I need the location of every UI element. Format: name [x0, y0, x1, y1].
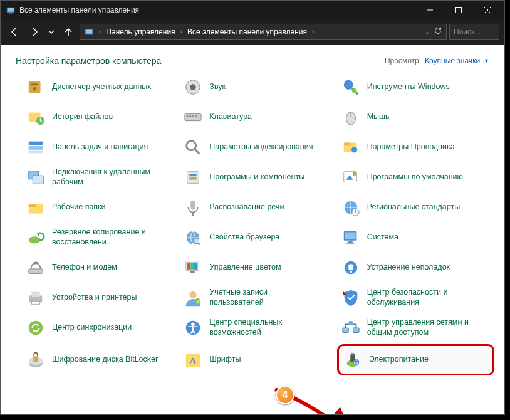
control-panel-item[interactable]: Управление цветом — [179, 254, 336, 281]
svg-point-38 — [352, 172, 356, 176]
control-panel-item[interactable]: Центр управления сетями и общим доступом — [337, 314, 494, 342]
control-panel-item[interactable]: Программы и компоненты — [179, 164, 336, 191]
close-button[interactable] — [473, 1, 502, 19]
maximize-button[interactable] — [444, 1, 473, 19]
svg-rect-52 — [29, 269, 43, 274]
security-center-icon — [341, 288, 361, 308]
item-label: Центр специальных возможностей — [209, 318, 316, 337]
svg-point-67 — [29, 321, 43, 335]
forward-button[interactable] — [26, 23, 43, 41]
control-panel-item[interactable]: История файлов — [22, 103, 179, 131]
control-panel-item[interactable]: Звук — [179, 73, 336, 101]
back-button[interactable] — [6, 23, 23, 41]
internet-options-icon — [183, 228, 203, 248]
search-input[interactable]: Поиск... — [449, 24, 499, 40]
breadcrumb-sep[interactable]: › — [310, 28, 316, 35]
breadcrumb-sep[interactable]: › — [178, 28, 185, 35]
item-label: Мышь — [367, 112, 390, 122]
item-label: Устранение неполадок — [367, 263, 450, 273]
svg-point-61 — [350, 271, 352, 273]
control-panel-item[interactable]: Региональные стандарты — [337, 194, 494, 221]
control-panel-item[interactable]: Распознавание речи — [179, 194, 336, 221]
chevron-down-icon: ▼ — [484, 58, 489, 64]
control-panel-item[interactable]: AШрифты — [179, 344, 336, 375]
item-label: Панель задач и навигация — [52, 142, 148, 152]
control-panel-item[interactable]: Устранение неполадок — [337, 254, 494, 281]
control-panel-item[interactable]: Инструменты Windows — [337, 73, 494, 101]
control-panel-item[interactable]: Центр синхронизации — [22, 314, 179, 342]
control-panel-item[interactable]: Центр специальных возможностей — [179, 314, 336, 342]
control-panel-item[interactable]: Система — [337, 224, 494, 251]
programs-icon — [183, 167, 203, 187]
control-panel-item[interactable]: Центр безопасности и обслуживания — [337, 284, 494, 312]
control-panel-item[interactable]: Клавиатура — [179, 103, 336, 131]
control-panel-item[interactable]: Параметры индексирования — [179, 134, 336, 161]
control-panel-item[interactable]: Рабочие папки — [22, 194, 179, 221]
item-label: Шифрование диска BitLocker — [52, 355, 158, 365]
item-label: Устройства и принтеры — [52, 293, 137, 303]
svg-rect-55 — [187, 263, 191, 270]
troubleshoot-icon — [341, 258, 361, 278]
control-panel-item[interactable]: Диспетчер учетных данных — [22, 73, 179, 101]
control-panel-item[interactable]: Параметры Проводника — [337, 134, 494, 161]
address-bar[interactable]: › Панель управления › Все элементы панел… — [80, 24, 447, 40]
control-panel-item[interactable]: Программы по умолчанию — [337, 164, 494, 191]
breadcrumb-sep[interactable]: › — [96, 28, 103, 35]
window-controls — [415, 1, 502, 19]
svg-point-28 — [187, 141, 196, 150]
view-value: Крупные значки — [425, 56, 480, 65]
item-label: Региональные стандарты — [367, 202, 461, 213]
control-panel-item[interactable]: Панель задач и навигация — [22, 134, 179, 161]
control-panel-item[interactable]: Подключения к удаленным рабочим — [22, 164, 179, 191]
address-right: ⌄ — [425, 26, 442, 37]
svg-rect-49 — [345, 233, 355, 239]
work-folders-icon — [26, 197, 46, 218]
svg-rect-63 — [31, 292, 39, 297]
item-label: Центр управления сетями и общим доступом — [367, 318, 474, 337]
sound-icon — [183, 77, 203, 97]
fonts-icon: A — [183, 350, 203, 370]
control-panel-item[interactable]: Шифрование диска BitLocker — [22, 344, 179, 375]
svg-rect-21 — [192, 115, 194, 117]
breadcrumb-root[interactable]: Панель управления — [106, 28, 175, 36]
control-panel-item[interactable]: Учетные записи пользователей — [179, 284, 336, 312]
svg-rect-10 — [31, 83, 38, 85]
view-selector[interactable]: Просмотр: Крупные значки ▼ — [385, 56, 489, 65]
minimize-button[interactable] — [415, 1, 444, 19]
svg-rect-22 — [195, 115, 197, 117]
power-options-icon — [343, 350, 363, 370]
control-panel-item[interactable]: Телефон и модем — [22, 254, 179, 281]
svg-rect-81 — [353, 353, 353, 355]
svg-rect-75 — [33, 356, 38, 362]
svg-point-11 — [33, 87, 36, 91]
ease-of-access-icon — [183, 318, 203, 338]
annotation-badge: 4 — [276, 386, 294, 404]
control-panel-item[interactable]: Устройства и принтеры — [22, 284, 179, 312]
items-grid: Диспетчер учетных данныхЗвукИнструменты … — [1, 73, 504, 386]
svg-rect-41 — [191, 201, 196, 210]
item-label: Центр синхронизации — [52, 323, 132, 333]
annotation-arrow — [263, 383, 363, 414]
refresh-button[interactable] — [434, 26, 442, 37]
svg-point-15 — [352, 88, 357, 93]
svg-rect-30 — [343, 143, 349, 146]
control-panel-item[interactable]: Свойства браузера — [179, 224, 336, 251]
svg-rect-8 — [86, 29, 93, 33]
recent-locations-button[interactable] — [46, 23, 57, 41]
control-panel-item[interactable]: Электропитание — [337, 344, 494, 375]
item-label: История файлов — [52, 112, 113, 122]
control-panel-icon — [6, 5, 16, 15]
up-button[interactable] — [60, 23, 77, 41]
control-panel-item[interactable]: Мышь — [337, 103, 494, 131]
chevron-down-icon[interactable]: ⌄ — [425, 28, 430, 35]
annotation-number: 4 — [283, 389, 288, 401]
svg-point-14 — [343, 80, 353, 90]
control-panel-item[interactable]: Резервное копирование и восстановлени... — [22, 224, 179, 251]
color-mgmt-icon — [183, 258, 203, 278]
item-label: Диспетчер учетных данных — [52, 82, 152, 92]
svg-rect-71 — [353, 328, 358, 333]
item-label: Система — [367, 233, 398, 243]
breadcrumb-current[interactable]: Все элементы панели управления — [187, 28, 307, 36]
user-accounts-icon — [183, 288, 203, 308]
search-placeholder: Поиск... — [454, 28, 481, 36]
